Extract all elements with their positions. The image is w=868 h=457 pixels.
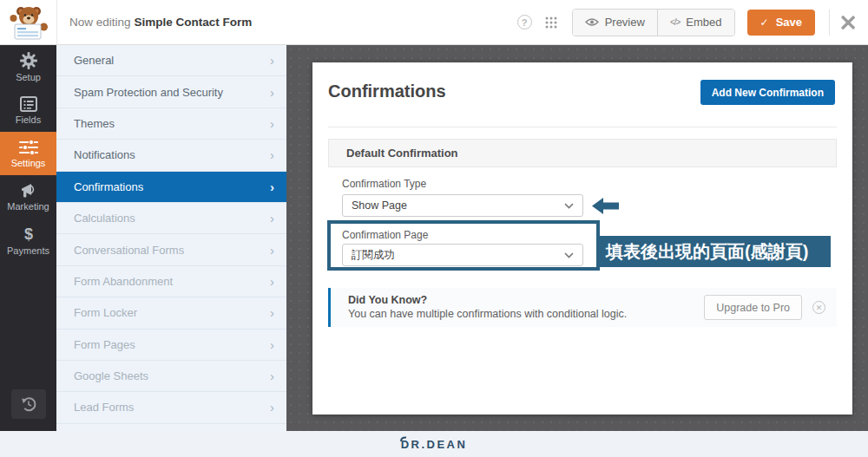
- gear-icon: [20, 52, 37, 69]
- svg-text:$: $: [23, 225, 32, 243]
- sidebar-label-payments: Payments: [7, 245, 49, 256]
- confirmation-page-value: 訂閱成功: [352, 248, 395, 263]
- confirmation-type-select[interactable]: Show Page: [342, 194, 583, 217]
- topbar: Now editingSimple Contact Form ? Preview…: [0, 0, 868, 45]
- menu-item-calculations[interactable]: Calculations›: [56, 203, 286, 234]
- preview-embed-group: Preview </> Embed: [572, 9, 735, 36]
- menu-label: Confirmations: [74, 180, 143, 193]
- topbar-divider: [829, 10, 830, 36]
- menu-label: Form Locker: [74, 306, 137, 319]
- chevron-right-icon: ›: [270, 53, 274, 68]
- menu-item-themes[interactable]: Themes›: [56, 108, 286, 140]
- menu-item-google-sheets[interactable]: Google Sheets›: [56, 361, 286, 392]
- help-glyph: ?: [522, 17, 528, 28]
- sidebar-item-settings[interactable]: Settings: [0, 132, 56, 175]
- brand-text: DR.DEAN: [401, 438, 468, 451]
- menu-item-lead-forms[interactable]: Lead Forms›: [56, 392, 286, 423]
- section-title: Default Confirmation: [346, 147, 458, 160]
- menu-label: Lead Forms: [74, 401, 134, 414]
- fields-list-icon: [20, 96, 37, 112]
- apps-grid-icon[interactable]: [544, 16, 558, 29]
- close-icon[interactable]: [840, 15, 856, 30]
- sidebar-label-fields: Fields: [16, 114, 41, 125]
- history-button[interactable]: [11, 389, 46, 419]
- eye-icon: [585, 17, 599, 27]
- chevron-right-icon: ›: [270, 274, 274, 289]
- megaphone-icon: [20, 183, 37, 199]
- confirmations-panel: Confirmations Add New Confirmation Defau…: [312, 62, 852, 415]
- code-icon: </>: [670, 17, 680, 27]
- wpforms-logo: [0, 0, 57, 44]
- annotation-text-bar: 填表後出現的頁面(感謝頁): [600, 236, 831, 267]
- help-icon[interactable]: ?: [517, 15, 532, 29]
- check-icon: ✓: [760, 16, 769, 29]
- menu-item-confirmations[interactable]: Confirmations›: [56, 172, 286, 203]
- default-confirmation-header: Default Confirmation: [328, 139, 837, 167]
- sidebar-label-settings: Settings: [11, 158, 46, 168]
- builder-body: Setup Fields Settings Marketi: [0, 45, 868, 431]
- preview-button[interactable]: Preview: [573, 10, 657, 36]
- chevron-right-icon: ›: [270, 211, 274, 225]
- chevron-right-icon: ›: [270, 400, 274, 415]
- did-you-know-title: Did You Know?: [348, 294, 427, 306]
- menu-label: Conversational Forms: [74, 244, 184, 257]
- add-new-confirmation-button[interactable]: Add New Confirmation: [700, 80, 835, 105]
- menu-item-spam-protection[interactable]: Spam Protection and Security›: [56, 76, 286, 108]
- sidebar-label-setup: Setup: [16, 72, 41, 82]
- preview-label: Preview: [605, 16, 645, 29]
- menu-item-form-abandonment[interactable]: Form Abandonment›: [56, 266, 286, 297]
- upgrade-to-pro-button[interactable]: Upgrade to Pro: [704, 295, 802, 320]
- chevron-right-icon: ›: [270, 180, 274, 194]
- header-divider: [328, 127, 837, 127]
- page-title: Confirmations: [328, 82, 446, 101]
- sidebar-item-fields[interactable]: Fields: [0, 88, 56, 132]
- save-label: Save: [776, 16, 802, 29]
- confirmation-type-label: Confirmation Type: [342, 178, 426, 190]
- now-editing-prefix: Now editing: [69, 16, 131, 29]
- history-icon: [21, 396, 36, 412]
- did-you-know-text: You can have multiple confirmations with…: [348, 308, 627, 320]
- chevron-down-icon: [564, 203, 574, 209]
- history-area: [0, 389, 56, 431]
- menu-item-conversational-forms[interactable]: Conversational Forms›: [56, 234, 286, 265]
- embed-button[interactable]: </> Embed: [657, 10, 734, 36]
- sidebar-item-setup[interactable]: Setup: [0, 45, 56, 88]
- form-name: Simple Contact Form: [135, 16, 253, 29]
- menu-item-form-locker[interactable]: Form Locker›: [56, 297, 286, 329]
- sidebar-item-payments[interactable]: $ Payments: [0, 219, 56, 262]
- menu-label: Spam Protection and Security: [74, 86, 223, 99]
- chevron-right-icon: ›: [270, 305, 274, 320]
- confirmation-page-label: Confirmation Page: [342, 229, 428, 241]
- dismiss-icon[interactable]: ✕: [812, 301, 825, 314]
- x-glyph: [840, 15, 856, 30]
- menu-label: Themes: [74, 117, 115, 130]
- embed-label: Embed: [686, 16, 721, 29]
- chevron-right-icon: ›: [270, 85, 274, 100]
- settings-menu: General› Spam Protection and Security› T…: [56, 45, 286, 431]
- wpforms-bear-logo-icon: [9, 4, 49, 41]
- now-editing-text: Now editingSimple Contact Form: [69, 16, 252, 29]
- menu-label: Form Abandonment: [74, 275, 173, 288]
- menu-label: General: [74, 54, 114, 67]
- menu-item-form-pages[interactable]: Form Pages›: [56, 330, 286, 361]
- menu-item-notifications[interactable]: Notifications›: [56, 140, 286, 171]
- sidebar-item-marketing[interactable]: Marketing: [0, 175, 56, 219]
- confirmation-type-value: Show Page: [352, 199, 407, 212]
- chevron-right-icon: ›: [270, 116, 274, 131]
- brand-accent-icon: [400, 432, 408, 445]
- did-you-know-box: Did You Know? You can have multiple conf…: [328, 288, 837, 327]
- chevron-right-icon: ›: [270, 369, 274, 383]
- menu-label: Google Sheets: [74, 369, 148, 382]
- builder-sidebar: Setup Fields Settings Marketi: [0, 45, 56, 431]
- topbar-actions: ? Preview </> Embed ✓ Save: [517, 0, 868, 44]
- sliders-icon: [19, 140, 38, 155]
- save-button[interactable]: ✓ Save: [747, 10, 815, 36]
- annotation-arrow-icon: [592, 198, 619, 218]
- confirmation-page-select[interactable]: 訂閱成功: [342, 244, 583, 266]
- drdean-brand-logo: DR.DEAN: [401, 438, 468, 451]
- chevron-right-icon: ›: [270, 337, 274, 352]
- menu-item-general[interactable]: General›: [56, 45, 286, 76]
- menu-label: Calculations: [74, 212, 135, 225]
- dollar-icon: $: [20, 225, 37, 243]
- menu-label: Form Pages: [74, 338, 135, 351]
